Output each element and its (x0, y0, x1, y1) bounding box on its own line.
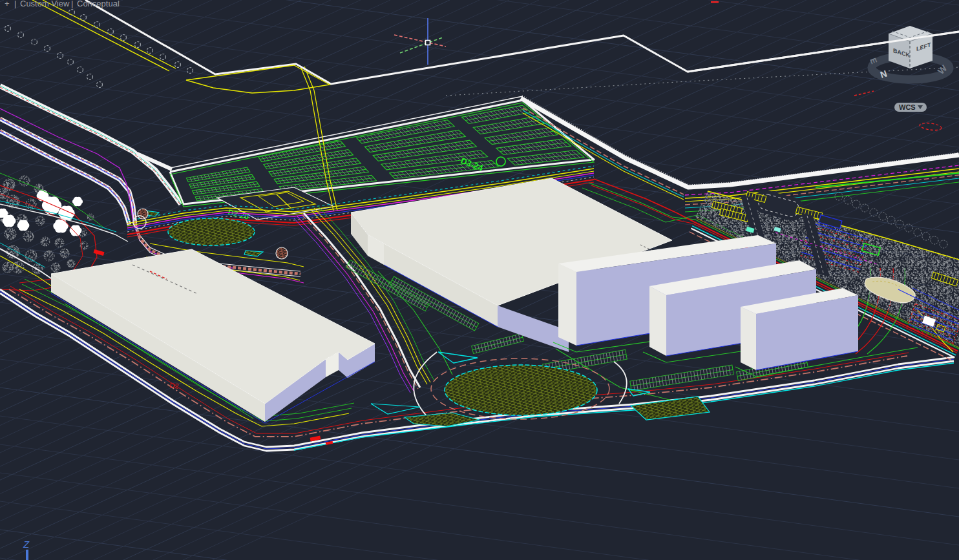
svg-text:+: + (5, 0, 10, 8)
svg-text:Z: Z (23, 539, 30, 550)
svg-text:D2: D2 (169, 381, 180, 390)
svg-text:|: | (14, 0, 16, 8)
svg-text:WCS: WCS (899, 103, 916, 111)
svg-text:Custom View: Custom View (20, 0, 70, 8)
svg-text:|: | (71, 0, 73, 8)
svg-text:Conceptual: Conceptual (77, 0, 120, 8)
